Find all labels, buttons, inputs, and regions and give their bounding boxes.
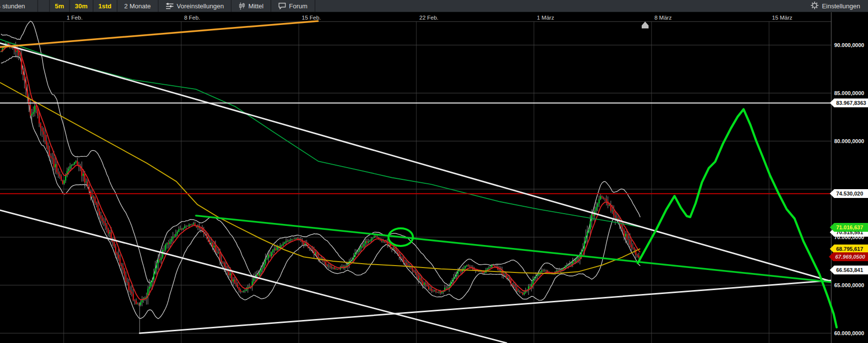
price-scale-label: 90.000,0000 xyxy=(834,42,864,48)
timeframe-button-5m[interactable]: 5m xyxy=(50,0,70,12)
price-scale-label: 85.000,0000 xyxy=(834,90,864,96)
date-label: 22 Feb. xyxy=(419,15,438,21)
timeframe-button-30m[interactable]: 30m xyxy=(70,0,94,12)
timeframe-30m-label: 30m xyxy=(75,2,88,10)
toolbar-gap xyxy=(38,0,50,12)
gear-icon xyxy=(811,1,819,11)
timeframe-1std-label: 1std xyxy=(98,2,112,10)
voreinstellungen-label: Voreinstellungen xyxy=(177,2,224,10)
indicator-badge-green-ma: 71.016,637 xyxy=(830,223,868,232)
indicator-badge-band-lower: 66.563,841 xyxy=(830,266,868,274)
toolbar-spacer xyxy=(315,0,803,12)
voreinstellungen-button[interactable]: Voreinstellungen xyxy=(159,0,232,12)
indicator-badge-yellow-ma: 68.795,617 xyxy=(830,245,868,253)
speech-bubble-icon xyxy=(278,2,286,9)
einstellungen-button[interactable]: Einstellungen xyxy=(803,0,868,12)
forum-button[interactable]: Forum xyxy=(271,0,315,12)
timeframe-5m-label: 5m xyxy=(55,2,64,10)
chart-canvas[interactable]: 1 Feb.8 Feb.15 Feb.22 Feb.1 März8 März15… xyxy=(0,0,868,343)
date-label: 15 Feb. xyxy=(302,15,321,21)
date-label: 8 Feb. xyxy=(184,15,200,21)
price-scale-label: 80.000,0000 xyxy=(834,138,864,144)
timeframe-button-4h[interactable]: 4 stunden xyxy=(0,0,38,12)
level-badge-83967[interactable]: 83.967,8363 xyxy=(830,98,868,107)
candlestick-icon xyxy=(239,2,245,10)
date-label: 1 Feb. xyxy=(67,15,83,21)
price-axis-panel xyxy=(831,12,868,343)
mittel-button[interactable]: Mittel xyxy=(232,0,271,12)
range-button-2-monate[interactable]: 2 Monate xyxy=(118,0,159,12)
last-price-badge: 67.969,0500 xyxy=(829,252,868,261)
price-scale-label: 60.000,0000 xyxy=(834,330,864,336)
price-scale-label: 65.000,0000 xyxy=(834,282,864,288)
toolbar: 4 stunden 5m 30m 1std 2 Monate xyxy=(0,0,868,12)
trading-app: 4 stunden 5m 30m 1std 2 Monate xyxy=(0,0,868,343)
timeframe-button-1std[interactable]: 1std xyxy=(94,0,118,12)
sliders-icon xyxy=(166,2,174,9)
date-label: 15 März xyxy=(772,15,793,21)
mittel-label: Mittel xyxy=(248,2,264,10)
forum-label: Forum xyxy=(289,2,308,10)
range-label: 2 Monate xyxy=(124,2,151,10)
timeframe-4h-label: 4 stunden xyxy=(0,2,25,10)
level-badge-74530[interactable]: 74.530,020 xyxy=(830,189,868,198)
date-label: 1 März xyxy=(537,15,554,21)
date-label: 8 März xyxy=(654,15,672,21)
einstellungen-label: Einstellungen xyxy=(822,2,860,10)
